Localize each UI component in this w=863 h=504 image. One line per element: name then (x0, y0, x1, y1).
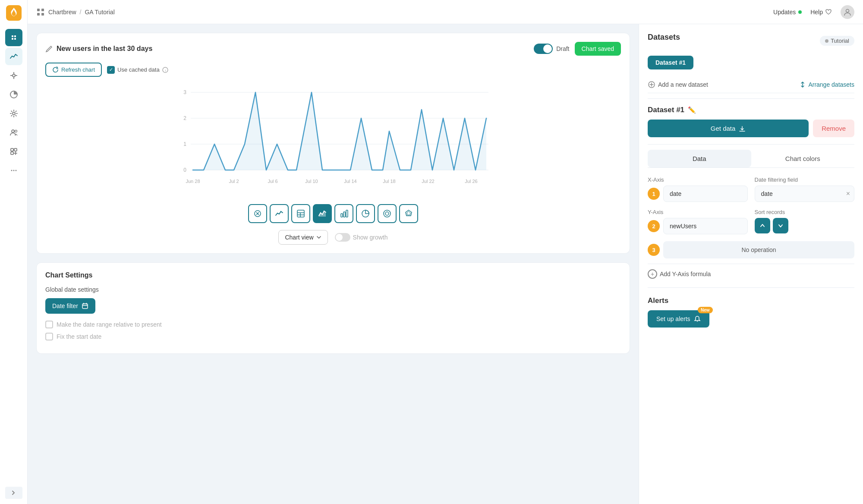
add-formula-row[interactable]: + Add Y-Axis formula (648, 269, 854, 288)
svg-rect-16 (11, 152, 13, 154)
step-3-badge: 3 (648, 244, 660, 256)
cached-data-row[interactable]: ✓ Use cached data i (107, 66, 168, 74)
datasets-header: Datasets Tutorial (648, 33, 854, 49)
help-label: Help (810, 9, 823, 16)
tab-data[interactable]: Data (648, 150, 751, 167)
sidebar-icon-integrations[interactable] (5, 143, 22, 160)
dataset-tab[interactable]: Dataset #1 (648, 56, 693, 69)
chart-type-pie[interactable] (356, 204, 375, 223)
svg-point-5 (13, 74, 15, 77)
divider-3 (648, 264, 854, 264)
date-filtering-input[interactable] (755, 186, 855, 202)
chart-type-radar[interactable] (399, 204, 418, 223)
svg-point-13 (15, 130, 17, 132)
svg-rect-53 (343, 212, 345, 217)
calendar-icon (82, 302, 88, 309)
alerts-title: Alerts (648, 296, 854, 305)
arrange-datasets-button[interactable]: Arrange datasets (799, 81, 854, 88)
show-growth-label: Show growth (353, 234, 388, 241)
chart-types (45, 204, 621, 223)
data-tabs: Data Chart colors (648, 150, 854, 168)
yaxis-input-row: 2 (648, 218, 748, 234)
arrange-icon (799, 81, 806, 88)
sort-desc-button[interactable] (773, 218, 788, 233)
pencil-icon (45, 45, 53, 53)
svg-marker-59 (407, 211, 410, 215)
date-filtering-col: Date filtering field × (755, 176, 855, 202)
date-filtering-input-wrap: × (755, 186, 855, 202)
yaxis-input[interactable] (663, 218, 748, 234)
chart-saved-button[interactable]: Chart saved (575, 42, 621, 56)
refresh-icon (52, 66, 59, 73)
sidebar-icon-pie[interactable] (5, 86, 22, 103)
bell-icon (694, 315, 701, 322)
svg-text:3: 3 (183, 89, 186, 95)
edit-dataset-icon[interactable]: ✏️ (688, 106, 696, 114)
svg-point-56 (384, 210, 391, 217)
no-operation-badge[interactable]: No operation (663, 241, 854, 258)
svg-rect-20 (37, 9, 40, 11)
draft-switch[interactable] (534, 44, 553, 54)
remove-button[interactable]: Remove (813, 120, 854, 137)
sidebar-icon-chart[interactable] (5, 48, 22, 65)
sort-asc-icon (759, 223, 765, 229)
svg-rect-21 (41, 9, 44, 11)
tutorial-label: Tutorial (831, 38, 849, 44)
chart-type-donut[interactable] (378, 204, 397, 223)
alerts-section: Alerts Set up alerts New (648, 296, 854, 328)
relative-date-checkbox[interactable] (45, 321, 53, 328)
sidebar-icon-connections[interactable] (5, 67, 22, 84)
sidebar-icon-settings[interactable] (5, 105, 22, 122)
date-filter-button[interactable]: Date filter (45, 298, 95, 314)
svg-text:Jul 2: Jul 2 (229, 179, 239, 184)
cached-checkbox[interactable]: ✓ (107, 66, 115, 74)
chart-header: New users in the last 30 days Draft Char… (45, 42, 621, 56)
date-clear-icon[interactable]: × (846, 190, 850, 198)
relative-date-row[interactable]: Make the date range relative to present (45, 321, 621, 328)
fix-start-checkbox[interactable] (45, 333, 53, 340)
tutorial-dot (825, 39, 828, 43)
chart-type-none[interactable] (248, 204, 267, 223)
sidebar-add-button[interactable] (5, 29, 22, 46)
set-up-alerts-button[interactable]: Set up alerts New (648, 310, 709, 328)
draft-toggle[interactable]: Draft (534, 44, 569, 54)
xaxis-input[interactable] (663, 186, 748, 202)
sort-asc-button[interactable] (755, 218, 770, 233)
help-button[interactable]: Help (810, 9, 832, 16)
chart-type-area[interactable] (313, 204, 332, 223)
chart-type-line[interactable] (270, 204, 289, 223)
svg-point-57 (385, 212, 389, 215)
tab-chart-colors[interactable]: Chart colors (751, 150, 855, 167)
sort-records-col: Sort records (755, 209, 855, 234)
chart-type-table[interactable] (291, 204, 310, 223)
growth-toggle-switch[interactable] (335, 233, 350, 242)
svg-rect-52 (341, 214, 343, 217)
sidebar-expand-button[interactable] (5, 487, 22, 499)
chart-toolbar: Refresh chart ✓ Use cached data i (45, 63, 621, 77)
info-icon: i (162, 67, 168, 73)
xaxis-label: X-Axis (648, 176, 748, 183)
app-layout: Chartbrew / GA Tutorial Updates Help (0, 0, 863, 504)
project-name: GA Tutorial (85, 9, 114, 16)
chart-type-bar[interactable] (334, 204, 353, 223)
sidebar-icon-team[interactable] (5, 124, 22, 141)
xaxis-col: X-Axis 1 (648, 176, 748, 202)
svg-rect-0 (6, 5, 22, 21)
show-growth-toggle[interactable]: Show growth (335, 233, 388, 242)
yaxis-col: Y-Axis 2 (648, 209, 748, 234)
fix-start-row[interactable]: Fix the start date (45, 333, 621, 340)
sidebar-icon-more[interactable] (5, 162, 22, 179)
svg-point-19 (15, 170, 16, 171)
refresh-chart-button[interactable]: Refresh chart (45, 63, 102, 77)
updates-indicator[interactable]: Updates (773, 9, 802, 16)
add-dataset-button[interactable]: Add a new dataset (648, 81, 708, 88)
add-formula-label: Add Y-Axis formula (660, 271, 711, 277)
heart-icon (825, 9, 832, 16)
svg-rect-2 (14, 35, 16, 37)
editor-panel: New users in the last 30 days Draft Char… (28, 24, 639, 504)
chart-view-select[interactable]: Chart view (278, 230, 328, 245)
svg-rect-1 (12, 35, 13, 37)
user-avatar[interactable] (841, 5, 854, 19)
svg-rect-14 (11, 148, 13, 151)
get-data-button[interactable]: Get data (648, 120, 809, 137)
